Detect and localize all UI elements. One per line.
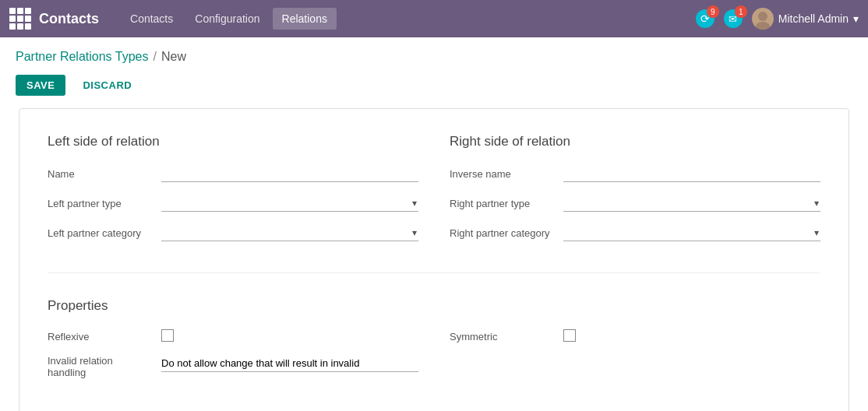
right-inverse-name-label: Inverse name <box>450 168 551 180</box>
right-partner-category-row: Right partner category ▾ <box>450 224 820 241</box>
user-name: Mitchell Admin <box>778 12 849 25</box>
message-badge[interactable]: ✉ 1 <box>724 9 743 28</box>
left-section-title: Left side of relation <box>48 134 418 149</box>
nav-contacts[interactable]: Contacts <box>121 8 182 30</box>
properties-grid: Reflexive Invalid relation handling Do n… <box>48 329 820 391</box>
symmetric-checkbox[interactable] <box>563 329 576 342</box>
left-name-input[interactable] <box>161 165 418 182</box>
properties-left: Reflexive Invalid relation handling Do n… <box>48 329 418 391</box>
invalid-relation-select-wrap: Do not allow change that will result in … <box>161 355 418 372</box>
symmetric-row: Symmetric <box>450 329 820 342</box>
nav-configuration[interactable]: Configuration <box>185 8 269 30</box>
activity-badge[interactable]: ⟳ 9 <box>696 9 715 28</box>
discard-button[interactable]: DISCARD <box>72 75 143 96</box>
apps-menu-icon[interactable] <box>9 8 31 30</box>
left-partner-type-wrap: ▾ <box>161 195 418 212</box>
left-partner-category-label: Left partner category <box>48 227 149 239</box>
activity-count: 9 <box>707 5 719 18</box>
user-menu[interactable]: Mitchell Admin ▾ <box>752 8 859 30</box>
right-section: Right side of relation Inverse name Righ… <box>450 134 820 254</box>
invalid-relation-label-line1: Invalid relation <box>48 355 149 367</box>
right-section-title: Right side of relation <box>450 134 820 149</box>
right-partner-type-label: Right partner type <box>450 198 551 209</box>
properties-right: Symmetric <box>450 329 820 391</box>
breadcrumb-separator: / <box>153 50 156 64</box>
main-content: Partner Relations Types / New SAVE DISCA… <box>0 37 868 411</box>
left-partner-type-select[interactable] <box>161 195 418 211</box>
left-partner-category-wrap: ▾ <box>161 224 418 241</box>
save-button[interactable]: SAVE <box>16 75 65 96</box>
left-section: Left side of relation Name Left partner … <box>48 134 418 254</box>
main-nav: Contacts Configuration Relations <box>121 8 696 30</box>
left-partner-category-select[interactable] <box>161 224 418 241</box>
left-name-label: Name <box>48 168 149 180</box>
left-name-row: Name <box>48 165 418 182</box>
left-partner-type-row: Left partner type ▾ <box>48 195 418 212</box>
app-brand: Contacts <box>39 11 99 27</box>
reflexive-row: Reflexive <box>48 329 418 342</box>
right-partner-category-select[interactable] <box>563 224 820 241</box>
invalid-relation-label-wrap: Invalid relation handling <box>48 355 149 378</box>
invalid-relation-label-line2: handling <box>48 367 149 378</box>
right-partner-category-label: Right partner category <box>450 227 551 239</box>
form-toolbar: SAVE DISCARD <box>16 75 852 96</box>
left-partner-category-row: Left partner category ▾ <box>48 224 418 241</box>
invalid-relation-select[interactable]: Do not allow change that will result in … <box>161 355 379 371</box>
breadcrumb: Partner Relations Types / New <box>16 50 852 64</box>
symmetric-label: Symmetric <box>450 329 551 342</box>
topbar-right: ⟳ 9 ✉ 1 Mitchell Admin ▾ <box>696 8 859 30</box>
topbar: Contacts Contacts Configuration Relation… <box>0 0 868 37</box>
right-name-row: Inverse name <box>450 165 820 182</box>
left-partner-type-label: Left partner type <box>48 198 149 209</box>
right-partner-type-row: Right partner type ▾ <box>450 195 820 212</box>
invalid-relation-row: Invalid relation handling Do not allow c… <box>48 355 418 378</box>
reflexive-checkbox[interactable] <box>161 329 174 342</box>
section-divider <box>48 272 820 273</box>
right-inverse-name-input[interactable] <box>563 165 820 182</box>
form-sections-grid: Left side of relation Name Left partner … <box>48 134 820 254</box>
svg-point-0 <box>758 12 767 21</box>
reflexive-label: Reflexive <box>48 329 149 342</box>
form-card: Left side of relation Name Left partner … <box>19 108 849 411</box>
right-partner-category-wrap: ▾ <box>563 224 820 241</box>
properties-title: Properties <box>48 298 820 314</box>
user-avatar <box>752 8 774 30</box>
breadcrumb-current: New <box>161 50 186 64</box>
svg-point-1 <box>756 22 770 30</box>
user-arrow: ▾ <box>853 12 859 25</box>
right-partner-type-wrap: ▾ <box>563 195 820 212</box>
right-partner-type-select[interactable] <box>563 195 820 211</box>
nav-relations[interactable]: Relations <box>273 8 337 30</box>
properties-section: Properties Reflexive Invalid relation ha… <box>48 298 820 391</box>
message-count: 1 <box>735 5 747 18</box>
breadcrumb-link[interactable]: Partner Relations Types <box>16 50 148 64</box>
